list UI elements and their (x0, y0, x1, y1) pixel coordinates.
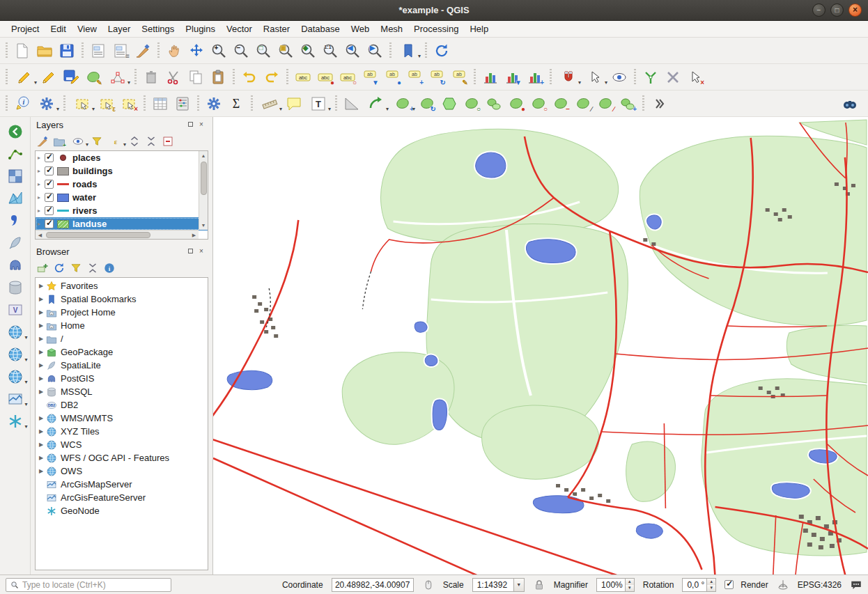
browser-item-favorites[interactable]: ▶Favorites (36, 279, 208, 292)
split-features[interactable]: ∕ (595, 93, 616, 114)
maximize-button[interactable]: □ (830, 3, 844, 17)
add-raster-layer[interactable] (5, 166, 26, 187)
pan-to-selection[interactable] (186, 40, 207, 61)
horizontal-scrollbar[interactable]: ◀ ▶ (36, 230, 199, 239)
filter-browser[interactable] (68, 260, 84, 276)
refresh-browser[interactable] (51, 260, 68, 276)
layer-row-roads[interactable]: ▸roads (36, 178, 208, 191)
new-project[interactable] (12, 40, 33, 61)
remove-layer[interactable] (160, 133, 176, 150)
menu-mesh[interactable]: Mesh (375, 22, 408, 36)
rotate-feature[interactable]: ↻ (417, 93, 437, 114)
zoom-to-layer[interactable]: ◈ (297, 40, 318, 61)
collapse-all[interactable] (143, 133, 160, 150)
add-ring[interactable]: ○ (461, 93, 482, 114)
layer-checkbox[interactable] (45, 153, 54, 162)
diagram-pin[interactable]: ▼ (502, 67, 523, 88)
expander-icon[interactable]: ▸ (38, 194, 45, 201)
add-part[interactable] (483, 93, 504, 114)
browser-item-wms-wmts[interactable]: ▶WMS/WMTS (36, 412, 208, 425)
filter-legend[interactable] (88, 133, 105, 150)
deselect-all[interactable]: × (118, 93, 139, 114)
expander-icon[interactable]: ▶ (38, 362, 46, 368)
menu-database[interactable]: Database (295, 22, 346, 36)
scale-combo[interactable]: 1:14392 ▼ (472, 578, 525, 592)
add-selected-layers[interactable] (34, 260, 51, 276)
browser-item-mssql[interactable]: ▶MSSQL (36, 385, 208, 398)
layer-checkbox[interactable] (45, 180, 54, 189)
float-panel-button[interactable] (185, 119, 196, 130)
add-postgis-layer[interactable] (5, 255, 26, 276)
expander-icon[interactable]: ▶ (38, 349, 46, 355)
field-calculator[interactable] (172, 93, 193, 114)
expander-icon[interactable]: ▶ (38, 283, 46, 289)
add-mssql-layer[interactable] (5, 277, 26, 298)
browser-item-ows[interactable]: ▶OWS (36, 464, 208, 478)
lock-scale-icon[interactable] (533, 579, 545, 591)
open-layer-styling[interactable] (34, 133, 51, 150)
spin-buttons[interactable]: ▲▼ (625, 579, 634, 591)
close-panel-button[interactable]: × (196, 119, 207, 130)
layer-checkbox[interactable] (45, 219, 54, 228)
layer-row-rivers[interactable]: ▸rivers (36, 204, 208, 217)
avoid-intersections[interactable]: × (685, 67, 706, 88)
label-rotate[interactable]: ↻ (426, 67, 447, 88)
extents-toggle-icon[interactable] (422, 579, 435, 591)
browser-item-geonode[interactable]: GeoNode (36, 504, 208, 517)
browser-item-spatialite[interactable]: ▶SpatiaLite (36, 359, 208, 372)
expander-icon[interactable]: ▶ (38, 322, 46, 329)
close-button[interactable]: × (848, 3, 862, 17)
add-delimited-text-layer[interactable] (5, 210, 26, 231)
layer-checkbox[interactable] (45, 166, 54, 175)
float-browser-button[interactable] (185, 246, 196, 257)
expander-icon[interactable]: ▶ (38, 375, 46, 382)
collapse-all-browser[interactable] (84, 260, 101, 276)
undo[interactable] (239, 67, 260, 88)
zoom-next[interactable]: ▶ (364, 40, 385, 61)
move-feature[interactable]: +▾ (390, 93, 415, 114)
layer-row-buildings[interactable]: ▸buildings (36, 164, 208, 178)
save-project[interactable] (56, 40, 77, 61)
toolbar-overflow[interactable] (649, 93, 669, 114)
crs-icon[interactable] (777, 579, 789, 591)
layer-checkbox[interactable] (45, 206, 54, 215)
show-properties[interactable] (101, 260, 118, 276)
scroll-thumb-h[interactable] (46, 232, 150, 238)
locate-input[interactable]: Type to locate (Ctrl+K) (6, 578, 171, 592)
expander-icon[interactable]: ▶ (38, 428, 46, 435)
browser-item-home[interactable]: ▶Home (36, 319, 208, 332)
delete-selected[interactable] (141, 67, 162, 88)
expander-icon[interactable]: ▶ (38, 455, 46, 461)
snapping-options[interactable]: ▾ (556, 67, 581, 88)
expander-icon[interactable]: ▸ (38, 155, 45, 161)
zoom-native[interactable]: 1:1 (320, 40, 341, 61)
select-by-expression[interactable]: ε (96, 93, 117, 114)
add-geonode-layer[interactable]: ▾ (3, 411, 28, 432)
metasearch[interactable] (839, 93, 860, 114)
browser-item-[interactable]: ▶/ (36, 332, 208, 345)
paste-features[interactable] (208, 67, 228, 88)
chevron-down-icon[interactable]: ▼ (513, 579, 524, 591)
browser-item-arcgisfeatureserver[interactable]: ArcGisFeatureServer (36, 491, 208, 504)
zoom-out[interactable]: − (231, 40, 251, 61)
add-spatialite-layer[interactable] (5, 233, 26, 253)
layer-checkbox[interactable] (45, 193, 54, 202)
label-pin-unpin[interactable]: ▼ (359, 67, 380, 88)
minimize-button[interactable]: − (812, 3, 826, 17)
expander-icon[interactable]: ▶ (38, 415, 46, 421)
vertical-scrollbar[interactable]: ▲ ▼ (199, 151, 208, 230)
spin-up-icon[interactable]: ▲ (626, 579, 634, 585)
menu-edit[interactable]: Edit (45, 22, 71, 36)
layer-row-landuse[interactable]: ▸landuse (36, 217, 208, 230)
browser-item-spatial-bookmarks[interactable]: ▶Spatial Bookmarks (36, 292, 208, 306)
coordinate-input[interactable]: 20.48982,-34.00907 (332, 578, 414, 592)
add-arcgis-layer[interactable]: ▾ (3, 389, 28, 409)
advanced-digitizing-panel[interactable] (341, 93, 362, 114)
expander-icon[interactable]: ▶ (38, 468, 46, 474)
refresh[interactable] (431, 40, 452, 61)
new-print-layout[interactable] (88, 40, 109, 61)
add-polygon-feature[interactable]: ✎ (83, 67, 104, 88)
close-browser-button[interactable]: × (196, 246, 207, 257)
scroll-up-icon[interactable]: ▲ (199, 151, 208, 160)
expand-all[interactable] (126, 133, 143, 150)
